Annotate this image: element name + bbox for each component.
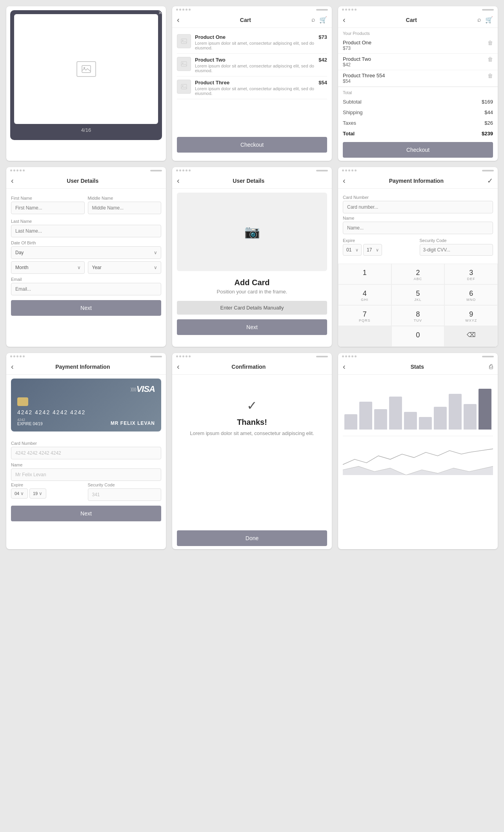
year-select[interactable]: Year [88, 261, 162, 274]
card-number-filled-input[interactable] [11, 447, 161, 459]
shipping-row: Shipping $44 [338, 107, 498, 118]
total-row: Total $239 [338, 128, 498, 139]
cart-list-card: ‹ Cart ⌕ 🛒 Product One Lorem ipsum dolor… [172, 6, 332, 161]
product-row: Product Three 554 $54 🗑 [338, 70, 498, 87]
stats-title: Stats [346, 364, 489, 370]
taxes-value: $26 [484, 120, 493, 126]
numpad-key-8[interactable]: 8TUV [391, 305, 445, 326]
back-icon[interactable]: ‹ [177, 362, 180, 371]
payment-nav2: ‹ Payment Information [6, 360, 166, 375]
product-row: Product Two $42 🗑 [338, 54, 498, 70]
check-icon[interactable]: ✓ [487, 177, 493, 185]
back-icon[interactable]: ‹ [11, 176, 14, 185]
add-card-subtitle: Position your card in the frame. [172, 289, 332, 299]
numpad-key-0[interactable]: 0 [391, 326, 445, 347]
total-label: Total [343, 131, 355, 137]
middle-name-label: Middle Name [88, 196, 162, 200]
camera-icon: 📷 [244, 224, 260, 239]
search-icon[interactable]: ⌕ [477, 16, 481, 24]
product-price: $54 [318, 80, 327, 86]
status-bar [338, 6, 498, 13]
middle-name-input[interactable] [88, 202, 162, 214]
visa-card: )))) VISA 4242 4242 4242 4242 4242 EXPIR… [11, 379, 161, 431]
numpad-key-6[interactable]: 6MNO [444, 284, 498, 305]
svg-point-7 [182, 86, 184, 87]
bar [344, 414, 357, 430]
bar-accent [479, 389, 491, 430]
search-icon[interactable]: ⌕ [311, 16, 315, 24]
delete-icon[interactable]: 🗑 [488, 56, 493, 62]
month-select[interactable]: Month [11, 261, 85, 274]
numpad-key-backspace[interactable]: ⌫ [444, 326, 498, 347]
security-input[interactable] [88, 488, 162, 501]
user-details-nav: ‹ User Details [6, 174, 166, 189]
status-bar [172, 6, 332, 13]
next-button-card[interactable]: Next [177, 319, 327, 335]
checkout-button2[interactable]: Checkout [343, 142, 493, 158]
name-filled-input[interactable] [11, 468, 161, 481]
thanks-subtitle: Lorem ipsum dolor sit amet, consectetur … [180, 430, 324, 437]
close-icon[interactable]: × [158, 9, 162, 16]
back-icon[interactable]: ‹ [177, 15, 180, 24]
product-price: $42 [318, 57, 327, 63]
name-label: Name [343, 216, 493, 220]
cart-item-info: Product One Lorem ipsum dolor sit amet, … [195, 34, 315, 50]
expire-year-select[interactable]: 17 [363, 244, 382, 256]
cart-icon[interactable]: 🛒 [319, 16, 327, 24]
numpad-key-5[interactable]: 5JKL [391, 284, 445, 305]
visa-logo: VISA [136, 384, 155, 394]
numpad-key-7[interactable]: 7PQRS [338, 305, 391, 326]
card-number-label: Card Number [11, 441, 161, 446]
next-button2[interactable]: Next [11, 506, 161, 521]
email-input[interactable] [11, 283, 161, 295]
cvv-input[interactable] [420, 244, 493, 256]
expire-month-select[interactable]: 01 [343, 244, 362, 256]
stats-nav: ‹ Stats ⎙ [338, 360, 498, 375]
subtotal-label: Subtotal [343, 99, 362, 105]
payment-form: Card Number Name Expire 01 [338, 189, 498, 260]
last-name-label: Last Name [11, 219, 161, 224]
back-icon[interactable]: ‹ [11, 362, 14, 371]
back-icon[interactable]: ‹ [343, 362, 346, 371]
bar [434, 407, 447, 430]
numpad-key-2[interactable]: 2ABC [391, 264, 445, 284]
status-bar [338, 167, 498, 174]
back-icon[interactable]: ‹ [343, 15, 346, 24]
enter-manually-button[interactable]: Enter Card Details Manually [177, 301, 327, 315]
cart-icon[interactable]: 🛒 [485, 16, 493, 24]
numpad-key-4[interactable]: 4GHI [338, 284, 391, 305]
first-name-input[interactable] [11, 202, 85, 214]
share-icon[interactable]: ⎙ [489, 363, 493, 370]
expire-year-select2[interactable]: 19 [29, 488, 46, 499]
numpad-key-9[interactable]: 9WXYZ [444, 305, 498, 326]
payment-info-filled-card: ‹ Payment Information )))) VISA 4242 424… [6, 353, 166, 549]
day-select[interactable]: Day [11, 246, 161, 259]
bar [389, 397, 402, 430]
product-image [177, 34, 191, 48]
last-name-input[interactable] [11, 225, 161, 237]
stats-body [338, 375, 498, 479]
bar [419, 417, 432, 430]
cart-nav: ‹ Cart ⌕ 🛒 [172, 13, 332, 28]
product-name: Product Two [343, 56, 371, 62]
delete-icon[interactable]: 🗑 [488, 73, 493, 79]
done-button[interactable]: Done [177, 530, 327, 546]
expire-month-select2[interactable]: 04 [11, 488, 28, 499]
status-bar [6, 167, 166, 174]
cart-title: Cart [180, 17, 311, 23]
card-number-input[interactable] [343, 201, 493, 213]
product-price: $54 [343, 78, 385, 84]
back-icon[interactable]: ‹ [343, 176, 346, 185]
visa-card-number: 4242 4242 4242 4242 [17, 409, 155, 415]
next-button[interactable]: Next [11, 300, 161, 316]
numpad-key-3[interactable]: 3DEF [444, 264, 498, 284]
numpad-key-1[interactable]: 1 [338, 264, 391, 284]
product-price: $42 [343, 62, 371, 67]
checkout-button[interactable]: Checkout [177, 137, 327, 153]
section-label: Your Products [338, 28, 498, 37]
product-price: $73 [318, 34, 327, 40]
name-input[interactable] [343, 222, 493, 234]
numpad-key-empty [338, 326, 391, 347]
back-icon[interactable]: ‹ [177, 176, 180, 185]
delete-icon[interactable]: 🗑 [488, 40, 493, 46]
